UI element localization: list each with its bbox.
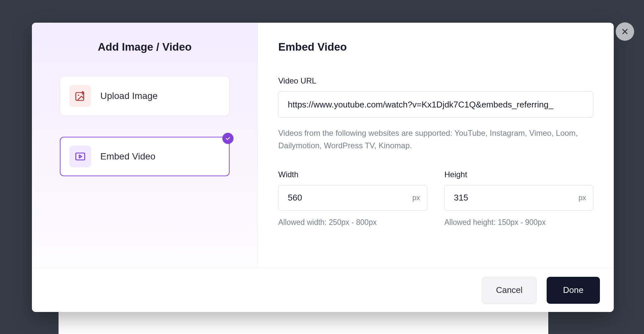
main-title: Embed Video: [278, 41, 593, 53]
image-upload-icon: [69, 85, 91, 107]
video-url-label: Video URL: [278, 76, 593, 85]
sidebar: Add Image / Video Upload Image: [32, 23, 258, 268]
width-hint: Allowed width: 250px - 800px: [278, 218, 427, 227]
option-label: Embed Video: [100, 151, 156, 162]
cancel-button[interactable]: Cancel: [482, 277, 537, 304]
svg-point-1: [78, 95, 79, 96]
modal-footer: Cancel Done: [32, 268, 614, 312]
svg-rect-2: [76, 153, 85, 160]
height-column: Height px Allowed height: 150px - 900px: [444, 170, 593, 227]
done-button[interactable]: Done: [547, 277, 600, 304]
option-label: Upload Image: [100, 91, 158, 101]
dimensions-row: Width px Allowed width: 250px - 800px He…: [278, 170, 593, 227]
video-url-help: Videos from the following websites are s…: [278, 127, 593, 152]
video-url-input[interactable]: [278, 91, 593, 118]
height-hint: Allowed height: 150px - 900px: [444, 218, 593, 227]
height-input[interactable]: [444, 185, 593, 211]
width-column: Width px Allowed width: 250px - 800px: [278, 170, 427, 227]
width-label: Width: [278, 170, 427, 179]
sidebar-title: Add Image / Video: [60, 41, 230, 53]
option-embed-video[interactable]: Embed Video: [60, 137, 230, 176]
selected-check-icon: [222, 133, 234, 144]
background-panel: [59, 312, 548, 334]
main-panel: Embed Video Video URL Videos from the fo…: [258, 23, 614, 268]
close-button[interactable]: [616, 22, 634, 41]
close-icon: [621, 27, 629, 36]
video-embed-icon: [69, 146, 91, 167]
height-label: Height: [444, 170, 593, 179]
modal-body: Add Image / Video Upload Image: [32, 23, 614, 268]
add-media-modal: Add Image / Video Upload Image: [32, 23, 614, 312]
width-input[interactable]: [278, 185, 427, 211]
option-upload-image[interactable]: Upload Image: [60, 76, 230, 116]
